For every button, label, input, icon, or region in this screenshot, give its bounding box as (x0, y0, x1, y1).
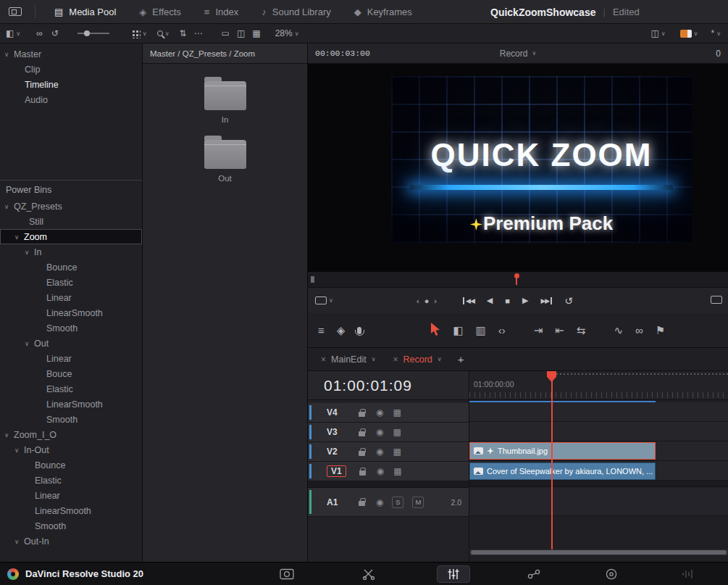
breadcrumb[interactable]: Master / QZ_Presets / Zoom (143, 43, 307, 64)
more-options-button[interactable]: ⋯ (194, 28, 203, 38)
bin-item-zoom-i-o[interactable]: ∨ Zoom_I_O (0, 427, 142, 442)
bin-item-bounce[interactable]: Bounce (0, 457, 142, 473)
scrollbar-thumb[interactable] (471, 550, 727, 555)
bin-item-out-in[interactable]: ∨ Out-In (0, 534, 142, 549)
viewer-scrubber[interactable] (308, 272, 728, 288)
bin-item-linear[interactable]: Linear (0, 290, 142, 305)
track-a1-content[interactable] (469, 487, 728, 516)
page-fusion-button[interactable] (527, 565, 541, 583)
play-reverse-button[interactable]: ◀ (487, 296, 493, 305)
thumbnail-size-slider[interactable] (78, 33, 109, 34)
auto-select-icon[interactable]: ◉ (376, 407, 383, 418)
bin-item-linearsmooth[interactable]: LinearSmooth (0, 305, 142, 320)
close-icon[interactable]: × (393, 354, 398, 365)
bin-item-master[interactable]: ∨ Master (0, 46, 142, 62)
workspace-icon[interactable] (9, 7, 22, 16)
bin-item-smooth[interactable]: Smooth (0, 320, 142, 336)
solo-button[interactable]: S (392, 497, 403, 508)
add-timeline-tab-button[interactable]: + (458, 353, 464, 365)
bin-item-timeline[interactable]: Timeline (0, 77, 142, 92)
overwrite-clip-button[interactable]: ⇤ (555, 324, 564, 337)
track-header-v4[interactable]: V4 ◉ ▦ (308, 403, 469, 423)
auto-select-icon[interactable]: ◉ (376, 497, 383, 507)
lock-icon[interactable] (359, 451, 365, 456)
timeline-playhead-line[interactable] (551, 371, 553, 549)
lock-icon[interactable] (359, 470, 366, 476)
bin-item-bounce[interactable]: Bounce (0, 260, 142, 275)
dynamic-trim-button[interactable]: ‹› (498, 324, 506, 336)
tab-effects[interactable]: ◈ Effects (127, 0, 193, 24)
trim-edit-mode-button[interactable]: ◧ (453, 324, 463, 337)
flag-button[interactable]: ⚑ (656, 324, 665, 337)
link-bins-button[interactable]: ∞ (36, 28, 43, 38)
close-icon[interactable]: × (321, 354, 326, 365)
auto-select-icon[interactable]: ◉ (377, 466, 384, 476)
lock-icon[interactable] (359, 431, 365, 436)
insert-clip-button[interactable]: ⇥ (534, 324, 543, 337)
viewer-timeline-select[interactable]: Record ∨ (500, 49, 537, 59)
viewer-zoom-select[interactable]: 28% ∨ (275, 28, 299, 38)
page-media-button[interactable] (280, 565, 294, 583)
transform-tool-button[interactable]: * ∨ (711, 28, 721, 38)
selection-tool-button[interactable] (430, 323, 440, 338)
voiceover-button[interactable] (357, 324, 361, 336)
bin-item-bouce[interactable]: Bouce (0, 366, 142, 381)
track-v4-content[interactable] (469, 402, 728, 422)
bin-item-audio[interactable]: Audio (0, 92, 142, 107)
timeline-ruler[interactable]: 01:00:00:00 (469, 371, 728, 400)
track-label-destination[interactable]: V1 (327, 465, 346, 477)
timeline-tab-record[interactable]: × Record ∨ (385, 348, 451, 371)
jog-control[interactable]: ‹●› (417, 296, 442, 305)
monitor-view-2-button[interactable]: ◫ (237, 28, 245, 38)
tab-index[interactable]: ≡ Index (193, 0, 250, 24)
page-fairlight-button[interactable] (681, 565, 695, 583)
scrubber-playhead[interactable] (516, 275, 517, 285)
track-v3-content[interactable] (469, 422, 728, 441)
viewer-mode-button[interactable]: ∨ (315, 296, 333, 304)
track-v2-content[interactable]: Thumbnail.jpg (469, 441, 728, 461)
bin-item-linearsmooth[interactable]: LinearSmooth (0, 503, 142, 518)
monitor-view-1-button[interactable]: ▭ (222, 28, 230, 38)
stop-button[interactable]: ■ (505, 296, 510, 305)
folder-in[interactable]: In (204, 81, 246, 124)
display-mode-button[interactable]: ◫ ∨ (650, 28, 665, 38)
bin-item-elastic[interactable]: Elastic (0, 473, 142, 488)
filmstrip-icon[interactable]: ▦ (393, 447, 401, 457)
page-color-button[interactable] (605, 565, 618, 583)
replace-clip-button[interactable]: ⇆ (577, 324, 586, 337)
timeline-view-options-button[interactable]: ≡ (318, 324, 325, 336)
bin-item-in[interactable]: ∨ In (0, 244, 142, 260)
filmstrip-icon[interactable]: ▦ (393, 427, 401, 437)
folder-out[interactable]: Out (204, 140, 246, 183)
tab-media-pool[interactable]: ▤ Media Pool (43, 0, 127, 24)
play-button[interactable]: ▶ (522, 296, 528, 305)
bin-item-still[interactable]: Still (0, 214, 142, 229)
track-header-a1[interactable]: A1 ◉ S M 2.0 (308, 488, 469, 517)
track-v1-content[interactable]: Cover of Sleepwalker by akiaura, LONOWN,… (469, 461, 728, 481)
timeline-horizontal-scrollbar[interactable] (469, 549, 728, 555)
last-frame-button[interactable]: ▶▶ (540, 297, 552, 304)
first-frame-button[interactable]: ◀◀ (463, 297, 474, 304)
track-header-v2[interactable]: V2 ◉ ▦ (308, 442, 469, 462)
filmstrip-icon[interactable]: ▦ (393, 466, 401, 476)
bin-item-linearsmooth[interactable]: LinearSmooth (0, 397, 142, 412)
bin-item-linear[interactable]: Linear (0, 351, 142, 366)
bin-item-in-out[interactable]: ∨ In-Out (0, 442, 142, 457)
track-header-v1[interactable]: V1 ◉ ▦ (308, 462, 469, 481)
auto-select-icon[interactable]: ◉ (376, 427, 383, 437)
bin-item-smooth[interactable]: Smooth (0, 412, 142, 427)
sync-bins-button[interactable]: ↺ (51, 28, 59, 38)
timeline-tab-mainedit[interactable]: × MainEdit ∨ (312, 348, 385, 371)
lock-icon[interactable] (359, 412, 365, 417)
bin-item-linear[interactable]: Linear (0, 488, 142, 503)
track-header-v3[interactable]: V3 ◉ ▦ (308, 423, 469, 442)
panel-layout-button[interactable]: ◧ ∨ (6, 28, 20, 38)
timeline-playhead-timecode[interactable]: 01:00:01:09 (308, 371, 469, 400)
bin-item-out[interactable]: ∨ Out (0, 336, 142, 351)
filmstrip-icon[interactable]: ▦ (393, 407, 401, 418)
bin-item-elastic[interactable]: Elastic (0, 275, 142, 290)
bin-item-elastic[interactable]: Elastic (0, 381, 142, 397)
tab-sound-library[interactable]: ♪ Sound Library (250, 0, 342, 24)
bin-item-smooth[interactable]: Smooth (0, 518, 142, 534)
page-cut-button[interactable] (362, 565, 377, 583)
